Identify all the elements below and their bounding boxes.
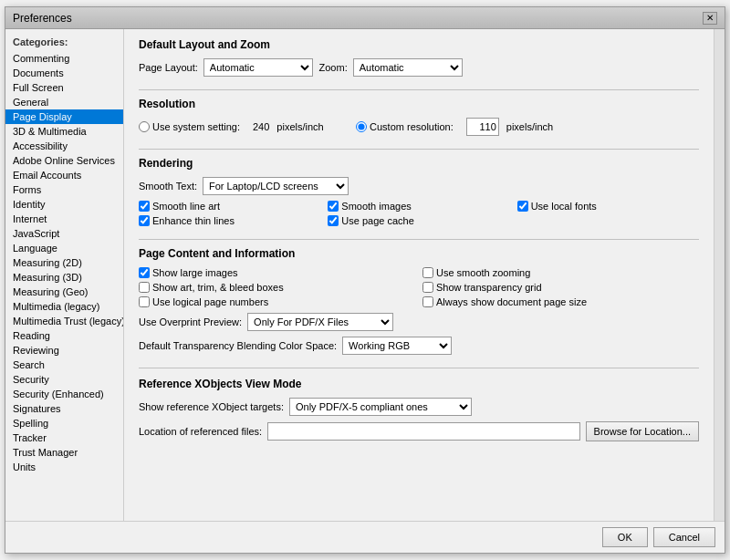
use-smooth-zooming-checkbox[interactable] [422,267,433,278]
show-art-trim-label: Show art, trim, & bleed boxes [152,282,284,293]
page-layout-select[interactable]: Automatic Single Page Single Page Contin… [203,58,313,77]
use-page-cache-item: Use page cache [328,215,509,226]
smooth-text-row: Smooth Text: For Laptop/LCD screens For … [139,177,699,195]
overprint-row: Use Overprint Preview: Only For PDF/X Fi… [139,313,699,331]
smooth-images-checkbox[interactable] [328,201,339,212]
show-large-images-item: Show large images [139,267,415,278]
sidebar-item-3d-multimedia[interactable]: 3D & Multimedia [5,124,123,139]
system-unit: pixels/inch [276,121,323,132]
sidebar-item-units[interactable]: Units [5,460,123,474]
rendering-checkboxes: Smooth line art Smooth images Use local … [139,201,699,226]
enhance-thin-lines-item: Enhance thin lines [139,215,320,226]
smooth-text-select[interactable]: For Laptop/LCD screens For Monitor None [203,177,349,195]
sidebar-item-javascript[interactable]: JavaScript [5,226,123,241]
system-pixel-value: 240 [253,121,269,132]
sidebar-item-reading[interactable]: Reading [5,328,123,343]
location-label: Location of referenced files: [139,426,262,437]
use-page-cache-label: Use page cache [341,215,414,226]
use-logical-page-item: Use logical page numbers [139,296,415,307]
sidebar-item-security[interactable]: Security [5,372,123,387]
sidebar-item-email-accounts[interactable]: Email Accounts [5,168,123,182]
use-local-fonts-item: Use local fonts [517,201,699,212]
show-large-images-label: Show large images [152,267,238,278]
sidebar: Categories: CommentingDocumentsFull Scre… [5,29,124,521]
categories-label: Categories: [5,35,123,51]
sidebar-item-trust-manager[interactable]: Trust Manager [5,445,123,460]
show-ref-label: Show reference XObject targets: [139,401,284,412]
scrollbar[interactable] [714,29,725,521]
custom-label: Custom resolution: [370,121,454,132]
show-ref-select[interactable]: Only PDF/X-5 compliant ones All None [289,398,472,416]
smooth-images-item: Smooth images [328,201,509,212]
transparency-row: Default Transparency Blending Color Spac… [139,337,699,355]
sidebar-item-accessibility[interactable]: Accessibility [5,139,123,153]
show-transparency-grid-label: Show transparency grid [436,282,542,293]
use-logical-page-checkbox[interactable] [139,296,150,307]
overprint-select[interactable]: Only For PDF/X Files Always Never Automa… [247,313,393,331]
sidebar-item-measuring-2d[interactable]: Measuring (2D) [5,255,123,270]
transparency-select[interactable]: Working RGB Working CMYK Document RGB sR… [342,337,452,355]
enhance-thin-lines-label: Enhance thin lines [152,215,235,226]
sidebar-item-reviewing[interactable]: Reviewing [5,343,123,358]
sidebar-item-multimedia-trust[interactable]: Multimedia Trust (legacy) [5,314,123,328]
smooth-line-art-checkbox[interactable] [139,201,150,212]
sidebar-item-identity[interactable]: Identity [5,197,123,212]
show-art-trim-checkbox[interactable] [139,282,150,293]
show-large-images-checkbox[interactable] [139,267,150,278]
browse-button[interactable]: Browse for Location... [586,421,699,441]
sidebar-item-documents[interactable]: Documents [5,66,123,80]
sidebar-item-measuring-3d[interactable]: Measuring (3D) [5,270,123,285]
use-system-label: Use system setting: [152,121,240,132]
page-content-title: Page Content and Information [139,247,699,260]
sidebar-item-multimedia-legacy[interactable]: Multimedia (legacy) [5,299,123,314]
layout-zoom-row: Page Layout: Automatic Single Page Singl… [139,58,699,77]
use-page-cache-checkbox[interactable] [328,215,339,226]
use-local-fonts-checkbox[interactable] [517,201,528,212]
sidebar-item-internet[interactable]: Internet [5,212,123,226]
use-smooth-zooming-label: Use smooth zooming [436,267,530,278]
sidebar-item-full-screen[interactable]: Full Screen [5,80,123,95]
sidebar-item-security-enhanced[interactable]: Security (Enhanced) [5,387,123,401]
custom-resolution-radio[interactable] [356,121,367,132]
sidebar-item-measuring-geo[interactable]: Measuring (Geo) [5,285,123,299]
custom-resolution-input[interactable] [466,118,499,136]
location-input[interactable] [267,422,579,441]
always-show-doc-checkbox[interactable] [422,296,433,307]
transparency-label: Default Transparency Blending Color Spac… [139,340,337,351]
always-show-doc-label: Always show document page size [436,296,587,307]
page-content-checkboxes: Show large images Use smooth zooming Sho… [139,267,699,307]
smooth-text-label: Smooth Text: [139,181,197,192]
sidebar-item-page-display[interactable]: Page Display [5,109,123,124]
reference-section: Reference XObjects View Mode Show refere… [139,378,699,441]
use-local-fonts-label: Use local fonts [531,201,597,212]
zoom-select[interactable]: Automatic Fit Page Fit Width Fit Height … [353,58,463,77]
show-art-trim-item: Show art, trim, & bleed boxes [139,282,415,293]
smooth-line-art-label: Smooth line art [152,201,220,212]
rendering-title: Rendering [139,157,699,170]
close-button[interactable]: ✕ [703,12,717,25]
sidebar-item-forms[interactable]: Forms [5,182,123,197]
use-smooth-zooming-item: Use smooth zooming [422,267,699,278]
sidebar-item-search[interactable]: Search [5,358,123,372]
cancel-button[interactable]: Cancel [653,527,715,547]
sidebar-item-general[interactable]: General [5,95,123,109]
reference-title: Reference XObjects View Mode [139,378,699,390]
page-content-section: Page Content and Information Show large … [139,247,699,355]
location-row: Location of referenced files: Browse for… [139,421,699,441]
use-system-radio[interactable] [139,121,150,132]
sidebar-item-commenting[interactable]: Commenting [5,51,123,66]
sidebar-item-adobe-online[interactable]: Adobe Online Services [5,153,123,168]
rendering-section: Rendering Smooth Text: For Laptop/LCD sc… [139,157,699,226]
overprint-label: Use Overprint Preview: [139,316,242,327]
resolution-radio-group: Use system setting: 240 pixels/inch Cust… [139,118,699,136]
smooth-images-label: Smooth images [341,201,411,212]
ok-button[interactable]: OK [602,527,648,547]
sidebar-item-signatures[interactable]: Signatures [5,401,123,416]
sidebar-item-language[interactable]: Language [5,241,123,255]
show-transparency-grid-checkbox[interactable] [422,282,433,293]
custom-res-radio-item: Custom resolution: [356,121,459,132]
enhance-thin-lines-checkbox[interactable] [139,215,150,226]
sidebar-item-tracker[interactable]: Tracker [5,430,123,445]
always-show-doc-item: Always show document page size [422,296,699,307]
sidebar-item-spelling[interactable]: Spelling [5,416,123,430]
